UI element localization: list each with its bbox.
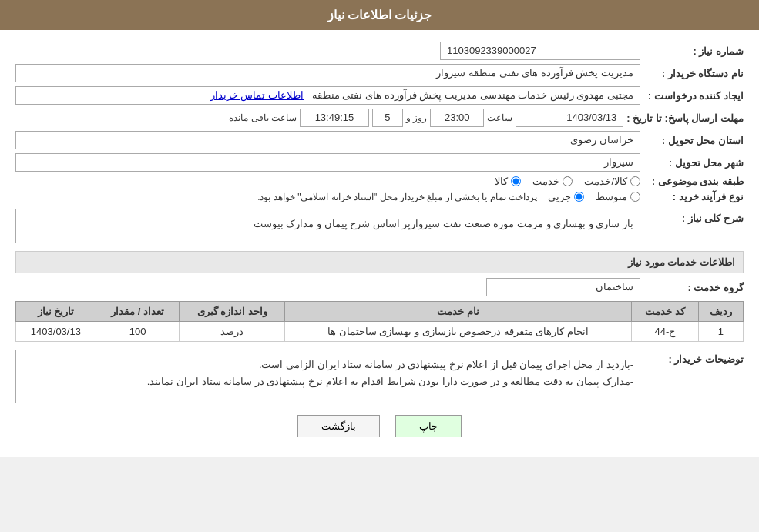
col-quantity: تعداد / مقدار [96,302,180,322]
remaining-label: ساعت باقی مانده [229,112,297,123]
deadline-label: مهلت ارسال پاسخ: تا تاریخ : [626,112,744,124]
category-option-khedmat[interactable]: خدمت [532,176,573,187]
buttons-row: چاپ بازگشت [15,415,744,437]
need-number-row: شماره نیاز : 1103092339000027 [15,42,744,60]
deadline-time-value: 23:00 [430,109,484,127]
service-group-row: گروه خدمت : ساختمان [15,278,744,296]
purchase-note: پرداخت تمام یا بخشی از مبلغ خریداز محل "… [257,192,537,202]
back-button[interactable]: بازگشت [297,415,380,437]
category-options: کالا/خدمت خدمت کالا [495,176,640,187]
province-value: خراسان رضوی [15,131,640,149]
service-group-label: گروه خدمت : [643,282,744,293]
cell-date: 1403/03/13 [16,322,96,342]
service-group-value: ساختمان [486,278,640,296]
page-title: جزئیات اطلاعات نیاز [327,8,432,22]
purchase-type-row: نوع فرآیند خرید : متوسط جزیی پرداخت تمام… [15,191,744,202]
buyer-note-line1: -بازدید از محل اجرای پیمان قبل از اعلام … [22,356,633,373]
description-label: شرح کلی نیاز : [643,212,744,224]
description-row: شرح کلی نیاز : باز سازی و بهسازی و مرمت … [15,209,744,243]
buyer-notes-row: توضیحات خریدار : -بازدید از محل اجرای پی… [15,350,744,403]
cell-quantity: 100 [96,322,180,342]
category-option-kala-khedmat[interactable]: کالا/خدمت [584,176,640,187]
city-row: شهر محل تحویل : سیزوار [15,153,744,172]
deadline-time-label: ساعت [487,112,512,123]
cell-row-num: 1 [698,322,743,342]
buyer-notes-label: توضیحات خریدار : [643,353,744,365]
need-number-value: 1103092339000027 [440,42,640,60]
main-content: شماره نیاز : 1103092339000027 نام دستگاه… [0,30,759,457]
buyer-org-label: نام دستگاه خریدار : [643,68,744,79]
city-value: سیزوار [15,153,640,172]
purchase-options: متوسط جزیی [548,191,640,202]
category-label: طبقه بندی موضوعی : [643,176,744,187]
cell-unit: درصد [180,322,285,342]
deadline-row: مهلت ارسال پاسخ: تا تاریخ : 1403/03/13 س… [15,109,744,127]
city-label: شهر محل تحویل : [643,157,744,169]
service-info-title: اطلاعات خدمات مورد نیاز [15,251,744,273]
province-row: استان محل تحویل : خراسان رضوی [15,131,744,149]
col-date: تاریخ نیاز [16,302,96,322]
category-row: طبقه بندی موضوعی : کالا/خدمت خدمت کالا [15,176,744,187]
category-option-kala[interactable]: کالا [495,176,521,187]
requester-label: ایجاد کننده درخواست : [643,90,744,102]
cell-service-name: انجام کارهای متفرقه درخصوص بازسازی و بهس… [285,322,632,342]
col-service-name: نام خدمت [285,302,632,322]
purchase-option-jozee[interactable]: جزیی [548,191,584,202]
print-button[interactable]: چاپ [395,415,462,437]
requester-row: ایجاد کننده درخواست : مجتبی مهدوی رئیس خ… [15,86,744,105]
col-unit: واحد اندازه گیری [180,302,285,322]
need-number-label: شماره نیاز : [643,45,744,57]
page-wrapper: جزئیات اطلاعات نیاز شماره نیاز : 1103092… [0,0,759,457]
province-label: استان محل تحویل : [643,135,744,146]
page-header: جزئیات اطلاعات نیاز [0,0,759,30]
contact-link[interactable]: اطلاعات تماس خریدار [210,89,304,101]
cell-service-code: ح-44 [632,322,699,342]
buyer-note-line2: -مدارک پیمان به دقت مطالعه و در صورت دار… [22,373,633,390]
table-row: 1 ح-44 انجام کارهای متفرقه درخصوص بازساز… [16,322,744,342]
buyer-org-row: نام دستگاه خریدار : مدیریت پخش فرآورده ه… [15,64,744,82]
col-service-code: کد خدمت [632,302,699,322]
remaining-time: 13:49:15 [300,109,369,127]
buyer-notes-value: -بازدید از محل اجرای پیمان قبل از اعلام … [15,350,640,403]
deadline-date: 1403/03/13 [516,109,623,127]
deadline-day-label: روز و [406,112,427,123]
col-row-num: ردیف [698,302,743,322]
purchase-type-label: نوع فرآیند خرید : [643,191,744,202]
deadline-days: 5 [372,109,403,127]
buyer-org-value: مدیریت پخش فرآورده های نفتی منطقه سیزوار [15,64,640,82]
purchase-option-motawaset[interactable]: متوسط [596,191,640,202]
services-table: ردیف کد خدمت نام خدمت واحد اندازه گیری ت… [15,301,744,342]
description-value: باز سازی و بهسازی و مرمت موزه صنعت نفت س… [15,209,640,243]
requester-value: مجتبی مهدوی رئیس خدمات مهندسی مدیریت پخش… [15,86,640,105]
